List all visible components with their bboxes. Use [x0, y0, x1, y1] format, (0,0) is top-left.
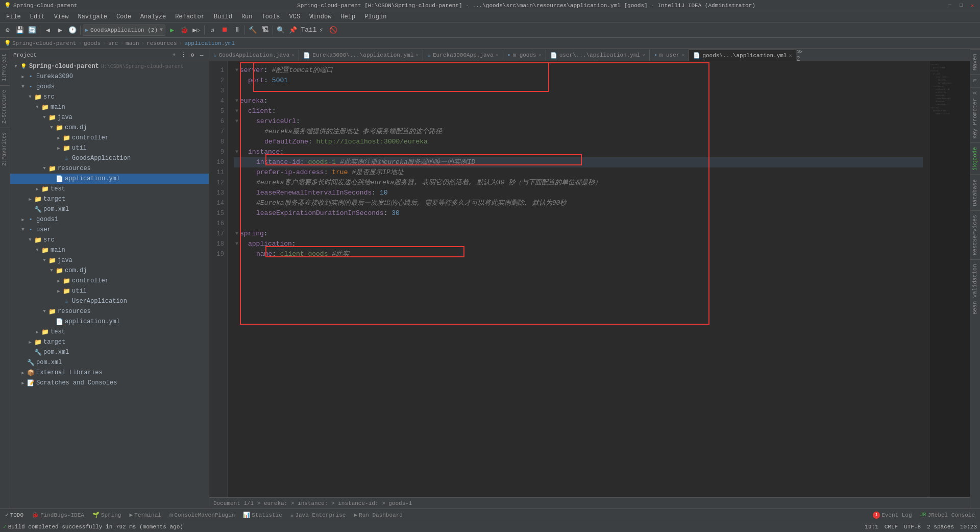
fold-1[interactable]: ▼: [234, 65, 240, 76]
tail-btn[interactable]: Tail: [303, 25, 314, 36]
tree-pom1[interactable]: ▶ 🔧 pom.xml: [10, 204, 209, 214]
tree-scratches[interactable]: ▶ 📝 Scratches and Consoles: [10, 378, 209, 388]
toolbar-sync[interactable]: 🔄: [27, 25, 38, 36]
sidebar-layout-btn[interactable]: ⋮: [179, 51, 187, 59]
tab-eureka-java-close[interactable]: ✕: [496, 52, 499, 58]
run-coverage-btn[interactable]: ▶▷: [191, 25, 202, 36]
breadcrumb-root[interactable]: Spring-cloud-parent: [12, 40, 76, 46]
structure-tab[interactable]: Z-Structure: [0, 85, 10, 128]
tree-comdj[interactable]: ▼ 📁 com.dj: [10, 123, 209, 133]
tab-goods-yml-active[interactable]: 📄 goods\...\application.yml ✕: [689, 50, 796, 61]
tab-eureka-yml-close[interactable]: ✕: [415, 52, 419, 58]
m-panel[interactable]: m: [970, 75, 981, 87]
tree-root[interactable]: ▼ 💡 Spring-cloud-parent H:\CSDN\Spring-c…: [10, 61, 209, 71]
tree-goodsapp[interactable]: ▶ ☕ GoodsApplication: [10, 153, 209, 163]
tab-goods-module[interactable]: ▪ m goods ✕: [503, 50, 546, 61]
tree-user-controller[interactable]: ▶ 📁 controller: [10, 276, 209, 286]
tab-goods-close[interactable]: ✕: [538, 52, 542, 58]
menu-vcs[interactable]: VCS: [285, 12, 305, 21]
run-dashboard-btn[interactable]: ▶ Run Dashboard: [351, 510, 405, 520]
fold-18[interactable]: ▼: [234, 239, 240, 249]
tree-target[interactable]: ▶ 📁 target: [10, 194, 209, 204]
tree-user-src[interactable]: ▼ 📁 src: [10, 235, 209, 245]
sidebar-settings-btn[interactable]: ⚙: [188, 51, 197, 59]
event-log-btn[interactable]: 1 Event Log: [870, 510, 915, 520]
tree-src[interactable]: ▼ 📁 src: [10, 92, 209, 102]
menu-run[interactable]: Run: [237, 12, 257, 21]
toolbar-stop[interactable]: ⏹: [219, 25, 230, 36]
tree-user-resources[interactable]: ▼ 📁 resources: [10, 306, 209, 317]
sidebar-close-btn[interactable]: —: [198, 51, 206, 59]
fold-5[interactable]: ▼: [234, 106, 240, 116]
tab-user-yml[interactable]: 📄 user\...\application.yml ✕: [546, 50, 650, 61]
menu-navigate[interactable]: Navigate: [74, 12, 111, 21]
sidebar-add-btn[interactable]: +: [170, 51, 178, 59]
toolbar-pause[interactable]: ⏸: [231, 25, 242, 36]
tree-goods[interactable]: ▼ ▪ goods: [10, 82, 209, 92]
menu-window[interactable]: Window: [305, 12, 335, 21]
toolbar-rerun[interactable]: ↺: [207, 25, 218, 36]
project-tab[interactable]: 1:Project: [0, 49, 10, 85]
menu-edit[interactable]: Edit: [26, 12, 49, 21]
tree-root-pom[interactable]: ▶ 🔧 pom.xml: [10, 357, 209, 368]
code-editor[interactable]: ▼ server: #配置tomcat的端口 port: 5001: [228, 61, 929, 497]
line-separator[interactable]: CRLF: [885, 524, 898, 530]
toolbar-build2[interactable]: 🏗: [259, 25, 271, 36]
tab-goodsapp-java[interactable]: ☕ GoodsApplication.java ✕: [209, 50, 299, 61]
toolbar-build[interactable]: 🔨: [247, 25, 258, 36]
tab-goodsapp-close[interactable]: ✕: [291, 52, 295, 58]
tabs-overflow[interactable]: ≫ 2: [796, 50, 806, 61]
toolbar-bookmark[interactable]: 📌: [287, 25, 299, 36]
tree-user[interactable]: ▼ ▪ user: [10, 225, 209, 235]
cursor-position[interactable]: 19:1: [865, 524, 878, 530]
tree-application-yml[interactable]: ▶ 📄 application.yml: [10, 174, 209, 184]
breadcrumb-goods[interactable]: goods: [84, 40, 101, 46]
fold-4[interactable]: ▼: [234, 96, 240, 106]
tree-user-main[interactable]: ▼ 📁 main: [10, 245, 209, 255]
rest-panel[interactable]: RestServices: [970, 210, 981, 259]
toolbar-forward[interactable]: ▶: [55, 25, 66, 36]
minimize-btn[interactable]: ─: [946, 2, 953, 9]
menu-code[interactable]: Code: [112, 12, 135, 21]
menu-refactor[interactable]: Refactor: [171, 12, 209, 21]
tab-user-module[interactable]: ▪ m user ✕: [650, 50, 689, 61]
tab-goods-yml-close[interactable]: ✕: [789, 53, 792, 59]
java-enterprise-btn[interactable]: ☕ Java Enterprise: [287, 510, 349, 520]
statistic-btn[interactable]: 📊 Statistic: [240, 510, 285, 520]
menu-view[interactable]: View: [50, 12, 73, 21]
tab-eureka-yml[interactable]: 📄 Eureka3000\...\application.yml ✕: [299, 50, 423, 61]
run-config-selector[interactable]: ▶ GoodsApplication (2) ▼: [83, 25, 165, 36]
menu-plugin[interactable]: Plugin: [360, 12, 390, 21]
toolbar-settings[interactable]: ⚙: [2, 25, 13, 36]
menu-help[interactable]: Help: [336, 12, 359, 21]
favorites-tab[interactable]: 2:Favorites: [0, 128, 10, 170]
toolbar-recent[interactable]: 🕐: [67, 25, 78, 36]
breadcrumb-main[interactable]: main: [126, 40, 139, 46]
fold-17[interactable]: ▼: [234, 229, 240, 239]
jrebel-console-btn[interactable]: JR JRebel Console: [917, 510, 978, 520]
tab-eureka-java[interactable]: ☕ Eureka3000App.java ✕: [423, 50, 503, 61]
tree-extlibs[interactable]: ▶ 📦 External Libraries: [10, 368, 209, 378]
tree-controller[interactable]: ▶ 📁 controller: [10, 133, 209, 143]
run-btn[interactable]: ▶: [166, 25, 178, 36]
tree-userapp[interactable]: ▶ ☕ UserApplication: [10, 296, 209, 306]
tree-resources[interactable]: ▼ 📁 resources: [10, 163, 209, 174]
tree-user-java[interactable]: ▼ 📁 java: [10, 255, 209, 265]
tree-main[interactable]: ▼ 📁 main: [10, 102, 209, 112]
toolbar-power[interactable]: ⚡: [315, 25, 327, 36]
maven-panel[interactable]: Maven: [970, 49, 981, 75]
tree-goods1[interactable]: ▶ ▪ goods1: [10, 214, 209, 225]
breadcrumb-resources[interactable]: resources: [146, 40, 177, 46]
breadcrumb-file[interactable]: application.yml: [184, 40, 235, 46]
fold-9[interactable]: ▼: [234, 147, 240, 157]
database-panel[interactable]: Database: [970, 175, 981, 210]
findbugs-btn[interactable]: 🐞 FindBugs-IDEA: [29, 510, 87, 520]
tab-user-yml-close[interactable]: ✕: [642, 52, 645, 58]
tree-eureka3000[interactable]: ▶ ▪ Eureka3000: [10, 71, 209, 82]
menu-analyze[interactable]: Analyze: [136, 12, 170, 21]
menu-tools[interactable]: Tools: [258, 12, 284, 21]
toolbar-back[interactable]: ◀: [42, 25, 54, 36]
key-promoter-panel[interactable]: Key Promoter X: [970, 87, 981, 142]
tree-user-appyml[interactable]: ▶ 📄 application.yml: [10, 317, 209, 327]
breadcrumb-src[interactable]: src: [108, 40, 118, 46]
